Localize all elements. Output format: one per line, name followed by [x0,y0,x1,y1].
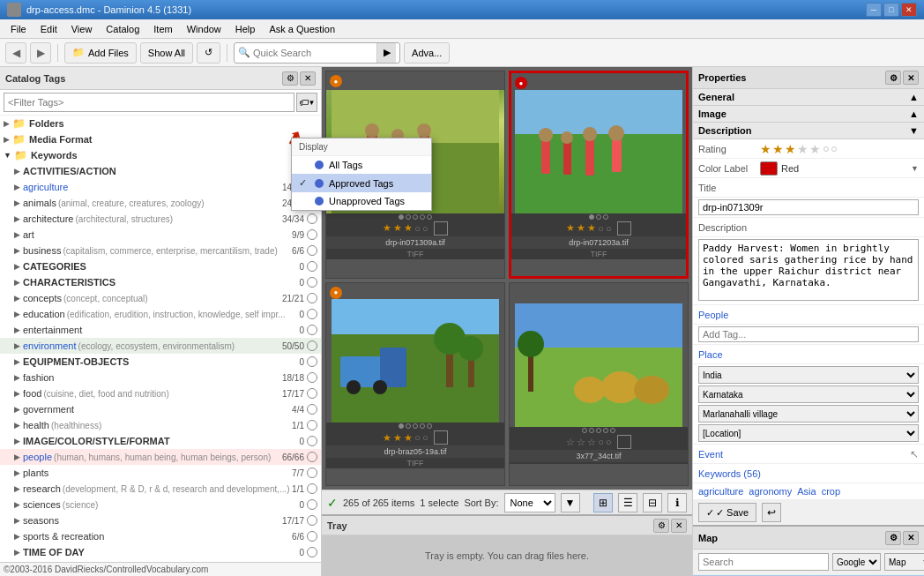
map-search-input[interactable] [698,553,829,571]
image-cell[interactable]: ● ★ ★ ★ ○ ○ [325,282,505,487]
add-files-button[interactable]: 📁 Add Files [64,42,137,64]
location-select[interactable]: [Location] [698,424,919,442]
map-close-button[interactable]: ✕ [903,531,919,545]
image-badge: ● [330,287,342,299]
tag-item[interactable]: ▶ IMAGE/COLOR/STYLE/FORMAT 0 [0,433,321,449]
undo-button[interactable]: ↩ [762,503,781,522]
chevron-down-icon[interactable]: ▼ [911,164,919,173]
tag-item[interactable]: ▶ ACTIVITIES/ACTION [0,163,321,179]
tag-item[interactable]: ▶ seasons 17/17 [0,512,321,528]
state-select[interactable]: Karnataka [698,385,919,403]
sort-direction-button[interactable]: ▼ [561,493,580,512]
star-1-icon[interactable]: ★ [760,142,771,156]
keywords-link[interactable]: Keywords (56) [698,468,761,479]
search-input[interactable] [253,48,376,58]
tag-item[interactable]: ▶ research (development, R & D, r & d, r… [0,481,321,497]
place-link[interactable]: Place [698,349,723,360]
tag-item[interactable]: ▶ people (human, humans, human being, hu… [0,449,321,465]
maximize-button[interactable]: □ [883,3,899,17]
city-select[interactable]: Marlanahalli village [698,405,919,423]
star-2-icon[interactable]: ★ [772,142,784,156]
prop-settings-button[interactable]: ⚙ [885,71,901,85]
dropdown-unapproved-tags[interactable]: Unapproved Tags [292,192,431,210]
keyword-asia[interactable]: Asia [797,486,816,497]
tag-item[interactable]: ▶ 📁 Media Format [0,131,321,147]
tag-item[interactable]: ▶ TIME OF DAY 0 [0,544,321,560]
menu-window[interactable]: Window [180,22,228,36]
tray-settings-button[interactable]: ⚙ [653,519,669,533]
search-box[interactable]: 🔍 ▶ [234,42,400,64]
map-settings-button[interactable]: ⚙ [885,531,901,545]
tag-item[interactable]: ▶ fashion 18/18 [0,370,321,385]
panel-close-button[interactable]: ✕ [300,71,316,86]
menu-edit[interactable]: Edit [34,22,64,36]
map-type-select[interactable]: Map Satellite [884,553,924,571]
tray-close-button[interactable]: ✕ [671,519,687,533]
filmstrip-view-button[interactable]: ⊟ [643,493,662,512]
tag-item[interactable]: ▶ animals (animal, creature, creatures, … [0,195,321,211]
tag-item[interactable]: ▶ CHARACTERISTICS 0 [0,274,321,290]
rating-stars[interactable]: ★ ★ ★ ★ ★ [760,142,837,156]
advanced-button[interactable]: Adva... [404,42,450,64]
star-4-icon[interactable]: ★ [797,142,808,156]
keyword-agronomy[interactable]: agronomy [749,486,792,497]
save-button[interactable]: ✓ ✓ Save [698,503,756,522]
grid-view-button[interactable]: ⊞ [593,493,613,512]
tag-item[interactable]: ▼ 📁 Keywords [0,147,321,163]
tag-item[interactable]: ▶ government 4/4 [0,401,321,417]
tag-item[interactable]: ▶ agriculture 14/14 [0,179,321,195]
sort-select[interactable]: None Name Date Rating [504,493,555,512]
map-provider-select[interactable]: Google [832,553,881,571]
minimize-button[interactable]: ─ [866,3,882,17]
show-all-button[interactable]: Show All [140,42,193,64]
tag-item[interactable]: ▶ art 9/9 [0,227,321,243]
filter-options-button[interactable]: 🏷 ▼ [296,93,317,112]
menu-item[interactable]: Item [146,22,179,36]
tag-item[interactable]: ▶ business (capitalism, commerce, enterp… [0,243,321,258]
prop-close-button[interactable]: ✕ [903,71,919,85]
color-swatch[interactable] [760,161,778,176]
arrow-icon: ▼ [4,151,11,160]
star-5-icon[interactable]: ★ [809,142,821,156]
filter-input[interactable] [4,93,294,112]
detail-view-button[interactable]: ☰ [618,493,637,512]
close-button[interactable]: ✕ [901,3,917,17]
nav-forward-button[interactable]: ▶ [30,42,51,64]
menu-help[interactable]: Help [228,22,263,36]
star-3-icon[interactable]: ★ [785,142,796,156]
menu-view[interactable]: View [64,22,100,36]
tag-item[interactable]: ▶ entertainment 0 [0,322,321,338]
keyword-crop[interactable]: crop [822,486,840,497]
tag-item[interactable]: ▶ environment (ecology, ecosystem, envir… [0,338,321,354]
description-textarea[interactable]: Paddy Harvest: Women in brightly colored… [698,239,919,301]
tag-item[interactable]: ▶ food (cuisine, diet, food and nutritio… [0,385,321,401]
panel-settings-button[interactable]: ⚙ [282,71,298,86]
image-cell[interactable]: ☆ ☆ ☆ ○ ○ 3x77_34ct.tif [509,282,689,487]
keyword-agriculture[interactable]: agriculture [698,486,743,497]
people-link[interactable]: People [698,310,728,320]
info-button[interactable]: ℹ [667,493,687,512]
dropdown-all-tags[interactable]: All Tags [292,156,431,174]
add-tag-input[interactable] [698,326,919,342]
tag-item[interactable]: ▶ plants 7/7 [0,465,321,481]
tag-item[interactable]: ▶ sports & recreation 6/6 [0,528,321,544]
tag-item[interactable]: ▶ health (healthiness) 1/1 [0,417,321,433]
nav-back-button[interactable]: ◀ [5,42,26,64]
refresh-button[interactable]: ↺ [197,42,220,64]
tag-item[interactable]: ▶ architecture (architectural, structure… [0,211,321,227]
tag-item[interactable]: ▶ concepts (concept, conceptual) 21/21 [0,290,321,306]
search-go-button[interactable]: ▶ [376,43,396,63]
tag-item[interactable]: ▶ EQUIPMENT-OBJECTS 0 [0,354,321,370]
title-input[interactable] [698,199,919,215]
menu-ask[interactable]: Ask a Question [262,22,342,36]
menu-file[interactable]: File [4,22,34,36]
tag-item[interactable]: ▶ sciences (science) 0 [0,497,321,512]
image-cell[interactable]: ● ★ ★ ★ ○ ○ drp-in071203a [509,71,689,279]
menu-catalog[interactable]: Catalog [99,22,146,36]
country-select[interactable]: India [698,366,919,384]
tag-item[interactable]: ▶ 📁 Folders [0,116,321,131]
dropdown-approved-tags[interactable]: ✓ Approved Tags [292,174,431,192]
event-link[interactable]: Event [698,449,723,460]
tag-item[interactable]: ▶ CATEGORIES 0 [0,258,321,274]
tag-item[interactable]: ▶ education (edification, erudition, ins… [0,306,321,322]
